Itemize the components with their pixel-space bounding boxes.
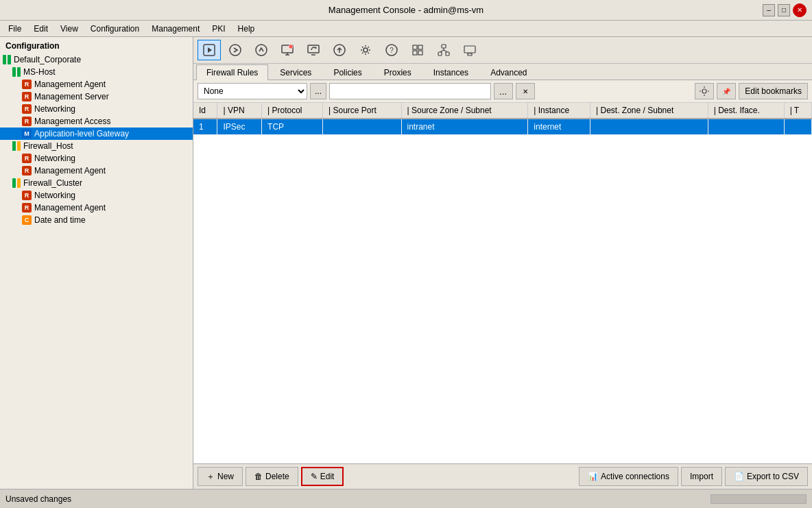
cell-dest-iface [708, 119, 784, 135]
menu-edit[interactable]: Edit [28, 23, 53, 35]
menu-pki[interactable]: PKI [206, 23, 230, 35]
upload-toolbar-btn[interactable] [328, 40, 351, 60]
main-layout: Configuration Default_Corporate MS-Host … [0, 37, 812, 489]
svg-rect-19 [438, 52, 442, 56]
minimize-button[interactable]: – [763, 4, 775, 16]
filter-bar: None ... ... ✕ 📌 Edit bookmarks [193, 80, 812, 103]
new-icon: ＋ [206, 471, 215, 483]
svg-line-22 [440, 50, 444, 52]
sidebar-item-networking-1[interactable]: R Networking [0, 103, 193, 115]
tab-advanced[interactable]: Advanced [480, 64, 537, 80]
badge-r: R [22, 203, 32, 213]
sidebar-item-label: Management Agent [34, 80, 106, 89]
window-controls: – □ ✕ [763, 3, 807, 17]
filter-pin-btn[interactable]: 📌 [717, 83, 736, 99]
delete-icon: 🗑 [254, 472, 263, 481]
sidebar-item-networking-2[interactable]: R Networking [0, 152, 193, 165]
tab-proxies[interactable]: Proxies [374, 64, 422, 80]
help-toolbar-btn[interactable]: ? [380, 40, 403, 60]
menu-management[interactable]: Management [146, 23, 205, 35]
content-area: ? Firewall Rules Services Policies Proxi… [193, 37, 812, 489]
svg-rect-25 [468, 53, 472, 56]
tab-policies[interactable]: Policies [323, 64, 372, 80]
filter-dropdown[interactable]: None [198, 83, 307, 99]
badge-m: M [22, 129, 32, 138]
badge-r: R [22, 104, 32, 114]
new-button[interactable]: ＋ New [198, 467, 243, 486]
sidebar-item-label: Networking [34, 191, 75, 200]
cell-id: 1 [193, 119, 217, 135]
up-toolbar-btn[interactable] [250, 40, 273, 60]
sidebar-item-date-time[interactable]: C Date and time [0, 214, 193, 226]
tab-firewall-rules[interactable]: Firewall Rules [196, 64, 268, 80]
tab-instances[interactable]: Instances [423, 64, 479, 80]
window-title: Management Console - admin@ms-vm [329, 5, 483, 15]
badge-r: R [22, 117, 32, 126]
svg-line-23 [444, 50, 448, 52]
cell-source-port [323, 119, 401, 135]
toolbar: ? [193, 37, 812, 64]
sidebar-item-firewall-host[interactable]: Firewall_Host [0, 140, 193, 152]
refresh-toolbar-btn[interactable] [302, 40, 325, 60]
table-container: Id | VPN | Protocol | Source Port | Sour… [193, 103, 812, 463]
sidebar-item-default-corporate[interactable]: Default_Corporate [0, 53, 193, 66]
sidebar-item-management-access[interactable]: R Management Access [0, 115, 193, 128]
menu-file[interactable]: File [3, 23, 27, 35]
edit-label: Edit [320, 472, 335, 481]
filter-clear-btn[interactable]: ✕ [516, 83, 535, 99]
badge-r: R [22, 166, 32, 176]
sidebar-item-management-agent-1[interactable]: R Management Agent [0, 78, 193, 90]
svg-rect-16 [413, 51, 417, 55]
sidebar-item-networking-3[interactable]: R Networking [0, 189, 193, 202]
sidebar-item-firewall-cluster[interactable]: Firewall_Cluster [0, 177, 193, 189]
edit-icon: ✎ [311, 472, 318, 481]
sidebar-item-management-agent-2[interactable]: R Management Agent [0, 165, 193, 177]
sidebar-item-label: Management Agent [34, 203, 106, 213]
col-t: | T [784, 103, 811, 119]
active-connections-button[interactable]: 📊 Active connections [579, 467, 678, 486]
close-button[interactable]: ✕ [793, 3, 807, 17]
filter-search-btn[interactable]: ... [494, 83, 513, 99]
sidebar-item-ms-host[interactable]: MS-Host [0, 66, 193, 78]
tab-services[interactable]: Services [270, 64, 322, 80]
cell-t [784, 119, 811, 135]
export-button[interactable]: 📄 Export to CSV [725, 467, 808, 486]
badge-r: R [22, 191, 32, 200]
svg-rect-17 [418, 51, 422, 55]
sidebar-item-label: Management Access [34, 117, 110, 126]
devices-toolbar-btn[interactable] [458, 40, 481, 60]
forward-toolbar-btn[interactable] [224, 40, 247, 60]
sidebar-item-label: Firewall_Host [23, 141, 73, 151]
import-button[interactable]: Import [681, 467, 722, 486]
col-instance: | Instance [528, 103, 590, 119]
svg-rect-24 [464, 46, 475, 53]
scrollbar[interactable] [710, 494, 807, 504]
back-toolbar-btn[interactable] [198, 40, 221, 60]
sidebar-item-management-server[interactable]: R Management Server [0, 90, 193, 103]
maximize-button[interactable]: □ [778, 4, 790, 16]
filter-ellipsis-btn[interactable]: ... [310, 83, 326, 99]
svg-text:?: ? [390, 47, 394, 54]
sidebar-header: Configuration [0, 37, 193, 53]
menu-help[interactable]: Help [232, 23, 261, 35]
filter-search-input[interactable] [329, 83, 491, 99]
svg-point-11 [363, 48, 368, 52]
col-id: Id [193, 103, 217, 119]
sidebar-item-management-agent-3[interactable]: R Management Agent [0, 202, 193, 214]
edit-button[interactable]: ✎ Edit [301, 467, 344, 486]
badge-r: R [22, 154, 32, 163]
bottom-bar: ＋ New 🗑 Delete ✎ Edit 📊 Active connectio… [193, 463, 812, 489]
grid-toolbar-btn[interactable] [406, 40, 429, 60]
menu-configuration[interactable]: Configuration [85, 23, 145, 35]
sidebar-item-application-gateway[interactable]: M Application-level Gateway [0, 128, 193, 140]
edit-bookmarks-btn[interactable]: Edit bookmarks [739, 83, 808, 99]
table-header-row: Id | VPN | Protocol | Source Port | Sour… [193, 103, 812, 119]
monitor-toolbar-btn[interactable] [276, 40, 299, 60]
menu-view[interactable]: View [55, 23, 84, 35]
status-message: Unsaved changes [5, 494, 71, 504]
delete-button[interactable]: 🗑 Delete [246, 467, 298, 486]
table-row[interactable]: 1 IPSec TCP intranet internet [193, 119, 812, 135]
settings-toolbar-btn[interactable] [354, 40, 377, 60]
network-toolbar-btn[interactable] [432, 40, 455, 60]
filter-settings-btn[interactable] [695, 83, 714, 99]
